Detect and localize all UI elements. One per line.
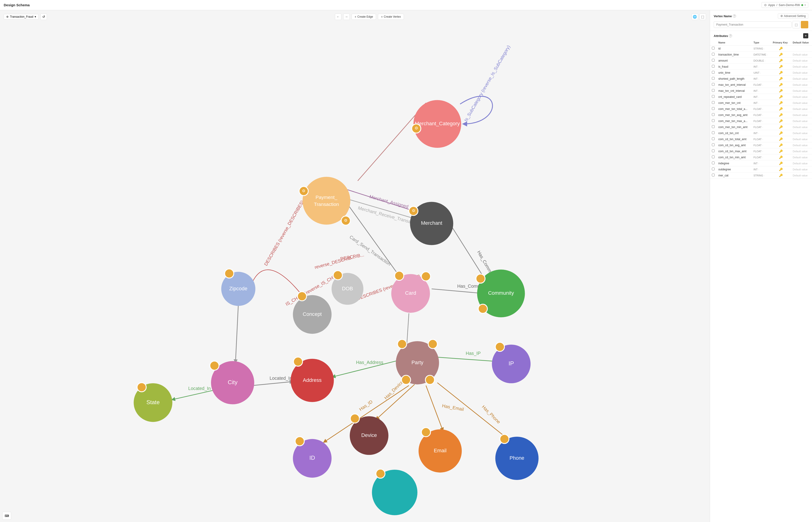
attr-name: max_txn_cnt_interval [716,88,752,94]
svg-text:IP: IP [508,360,514,366]
plus-icon: + [381,15,383,19]
row-checkbox[interactable] [712,156,715,158]
attr-name: max_txn_amt_interval [716,82,752,88]
row-checkbox[interactable] [712,113,715,116]
attr-pk: 🔑 [771,82,791,88]
svg-text:Payment_: Payment_ [316,195,338,200]
table-row: shortest_path_lengthINT -🔑Default value [710,76,812,82]
attr-type: FLOAT - [752,148,771,154]
graph-selector[interactable]: ⚙ Transaction_Fraud ▾ [4,14,39,20]
redo-button[interactable]: → [343,14,350,20]
svg-text:DESCRIBES (reverse_DESCRIBES): DESCRIBES (reverse_DESCRIBES) [263,199,305,266]
attr-name: id [716,45,752,52]
attr-default: Default value [791,148,812,154]
svg-point-66 [398,340,407,348]
save-button[interactable]: ⬚ [699,14,706,20]
top-bar-right: ⊙ Apps / Sam-Demo-RW ▾ [762,2,808,8]
row-checkbox[interactable] [712,95,715,98]
svg-text:Community: Community [488,290,514,296]
no-key-icon: 🔑 [779,162,783,165]
keyboard-icon: ⌨ [5,514,9,518]
no-key-icon: 🔑 [779,167,783,171]
keyboard-icon-button[interactable]: ⌨ [4,513,9,519]
row-checkbox[interactable] [712,107,715,110]
refresh-button[interactable]: ↺ [40,14,47,20]
row-checkbox-cell [710,160,716,166]
copy-button[interactable]: ⬚ [792,21,800,28]
row-checkbox-cell [710,52,716,58]
attributes-tbody: idSTRING -🔑transaction_timeDATETIME -🔑De… [710,45,812,179]
no-key-icon: 🔑 [779,107,783,111]
attr-type: FLOAT - [752,124,771,130]
row-checkbox[interactable] [712,119,715,122]
main-container: ⚙ Transaction_Fraud ▾ ↺ ← → + Create Edg… [0,10,812,522]
attributes-label: Attributes ? [714,34,732,38]
row-checkbox[interactable] [712,101,715,104]
attr-pk: 🔑 [771,154,791,160]
attr-name: com_cd_txn_avg_amt [716,142,752,148]
refresh-icon: ↺ [42,15,45,19]
table-row: com_cd_txn_max_amtFLOAT -🔑Default value [710,148,812,154]
globe-button[interactable]: 🌐 [692,14,698,20]
attr-default: Default value [791,64,812,70]
row-checkbox[interactable] [712,59,715,62]
attr-type: INT - [752,88,771,94]
svg-point-73 [350,414,359,423]
right-panel: Vertex Name ? ⚙ Advanced Setting ⬚ Attr [710,10,812,522]
apps-label: Apps [768,3,775,7]
row-checkbox[interactable] [712,137,715,140]
color-swatch-button[interactable] [801,21,808,28]
create-vertex-button[interactable]: + Create Vertex [378,14,404,20]
attr-name: com_cd_txn_total_amt [716,136,752,142]
attr-name: com_mer_txn_total_a... [716,106,752,112]
row-checkbox[interactable] [712,125,715,128]
row-checkbox[interactable] [712,131,715,134]
row-checkbox[interactable] [712,89,715,92]
svg-text:Zipcode: Zipcode [229,286,247,292]
row-checkbox[interactable] [712,71,715,74]
table-row: indegreeINT -🔑Default value [710,160,812,166]
row-checkbox-cell [710,64,716,70]
attr-pk: 🔑 [771,160,791,166]
attr-pk: 🔑 [771,124,791,130]
row-checkbox[interactable] [712,162,715,164]
graph-canvas[interactable]: Is_SubCategory (reverse_Is_SubCategory) … [0,10,710,522]
attributes-header: Attributes ? + [710,31,812,40]
attr-name: indegree [716,160,752,166]
row-checkbox[interactable] [712,65,715,68]
no-key-icon: 🔑 [779,113,783,117]
svg-text:Is_SubCategory (reverse_Is_Sub: Is_SubCategory (reverse_Is_SubCategory) [463,44,511,122]
svg-text:Party: Party [411,360,423,365]
svg-text:⚙: ⚙ [302,189,305,193]
table-row: com_mer_txn_cntINT -🔑Default value [710,100,812,106]
row-checkbox-cell [710,148,716,154]
no-key-icon: 🔑 [779,89,783,93]
vertex-name-input[interactable] [714,21,792,28]
row-checkbox-cell [710,130,716,136]
svg-text:Located_In: Located_In [188,386,211,391]
svg-text:Has_Address: Has_Address [356,360,383,365]
svg-line-16 [436,357,500,362]
undo-button[interactable]: ← [335,14,341,20]
row-checkbox[interactable] [712,53,715,56]
attr-pk: 🔑 [771,100,791,106]
add-attribute-button[interactable]: + [803,33,808,38]
row-checkbox[interactable] [712,143,715,146]
attr-type: FLOAT - [752,118,771,124]
row-checkbox[interactable] [712,77,715,80]
app-selector[interactable]: ⊙ Apps / Sam-Demo-RW ▾ [762,2,808,8]
row-checkbox[interactable] [712,174,715,176]
row-checkbox[interactable] [712,83,715,86]
svg-text:Card_Send_Transaction: Card_Send_Transaction [349,234,392,267]
attr-type: FLOAT - [752,106,771,112]
row-checkbox[interactable] [712,47,715,49]
create-edge-button[interactable]: + Create Edge [352,14,376,20]
row-checkbox[interactable] [712,149,715,152]
attributes-section: Attributes ? + Name Type Primary Key Def… [710,31,812,522]
svg-point-71 [495,342,504,352]
table-row: max_txn_cnt_intervalINT -🔑Default value [710,88,812,94]
attr-default: Default value [791,130,812,136]
row-checkbox[interactable] [712,167,715,170]
advanced-setting-button[interactable]: ⚙ Advanced Setting [778,14,808,19]
attr-type: STRING - [752,45,771,52]
